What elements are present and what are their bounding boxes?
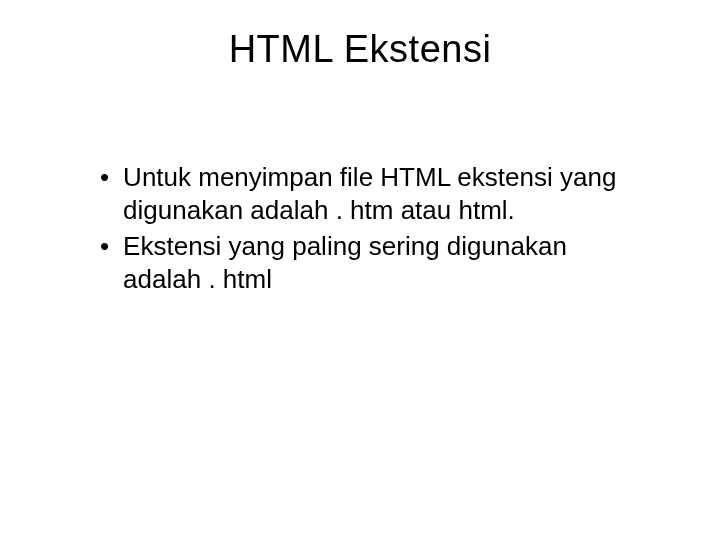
bullet-text: Untuk menyimpan file HTML ekstensi yang … [123, 161, 650, 226]
list-item: • Untuk menyimpan file HTML ekstensi yan… [100, 161, 650, 226]
slide-title: HTML Ekstensi [70, 28, 650, 71]
bullet-text: Ekstensi yang paling sering digunakan ad… [123, 230, 650, 295]
slide: HTML Ekstensi • Untuk menyimpan file HTM… [0, 0, 720, 540]
slide-content: • Untuk menyimpan file HTML ekstensi yan… [70, 161, 650, 295]
bullet-icon: • [100, 230, 109, 263]
bullet-icon: • [100, 161, 109, 194]
list-item: • Ekstensi yang paling sering digunakan … [100, 230, 650, 295]
